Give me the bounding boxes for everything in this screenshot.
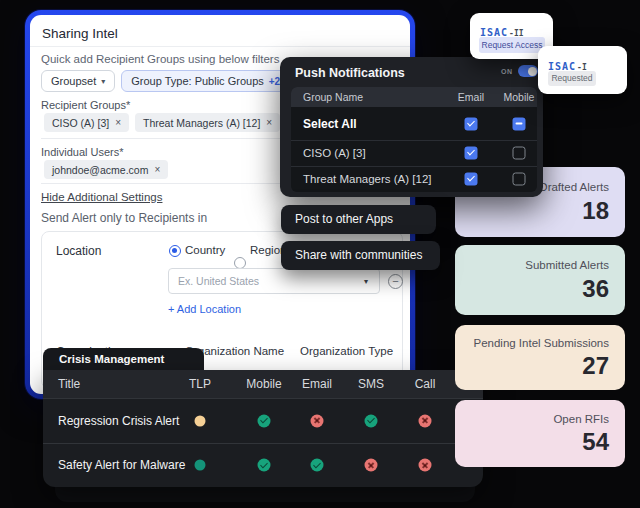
col-email: Email [458, 87, 484, 107]
table-row[interactable]: Regression Crisis Alert [43, 398, 483, 443]
col-mobile: Mobile [504, 87, 535, 107]
toggle-state-label: ON [501, 68, 513, 75]
col-tlp: TLP [189, 370, 211, 398]
stat-card-submitted-alerts[interactable]: Submitted Alerts 36 [455, 245, 625, 315]
stat-card-open-rfis[interactable]: Open RFIs 54 [455, 400, 625, 467]
screen: Sharing Intel Quick add Recipient Groups… [0, 0, 640, 508]
filter-count-badge: +2 [269, 76, 280, 87]
mobile-checkbox[interactable] [513, 117, 526, 130]
col-group-name: Group Name [303, 87, 363, 107]
col-sms: SMS [358, 370, 384, 398]
close-icon[interactable]: × [266, 117, 272, 128]
hide-additional-settings-link[interactable]: Hide Additional Settings [41, 191, 162, 203]
table-header: Title TLP Mobile Email SMS Call [43, 370, 483, 398]
individual-users-label: Individual Users* [41, 146, 124, 158]
add-location-link[interactable]: + Add Location [168, 303, 241, 315]
stat-label: Submitted Alerts [525, 259, 609, 271]
stat-value: 27 [582, 352, 609, 380]
quick-add-label: Quick add Recipient Groups using below f… [41, 53, 279, 65]
request-access-button[interactable]: Request Access [479, 37, 545, 53]
tlp-dot [195, 415, 206, 426]
requested-button[interactable]: Requested [548, 71, 596, 86]
push-groups-table: Group Name Email Mobile Select All CISO … [291, 87, 537, 192]
divider [30, 46, 410, 47]
stat-value: 54 [582, 428, 609, 456]
location-input[interactable] [168, 268, 380, 294]
push-row-select-all[interactable]: Select All [291, 107, 537, 140]
crisis-templates-tab[interactable]: Crisis Management Templates [43, 348, 204, 371]
sms-status-icon [365, 414, 378, 427]
email-checkbox[interactable] [465, 173, 478, 186]
radio-organization-type-label: Organization Type [300, 345, 393, 357]
stat-value: 18 [582, 197, 609, 225]
isac-i-card: ISAC-I Requested [538, 46, 627, 94]
email-status-icon [311, 414, 324, 427]
col-title: Title [58, 370, 80, 398]
stat-label: Drafted Alerts [539, 181, 609, 193]
filter-group-type[interactable]: Group Type: Public Groups +2 ▾ [121, 70, 299, 92]
tlp-dot [195, 460, 206, 471]
stat-label: Pending Intel Submissions [473, 337, 609, 349]
mobile-checkbox[interactable] [513, 173, 526, 186]
recipient-chip[interactable]: CISO (A) [3] × [44, 113, 129, 132]
chevron-down-icon[interactable]: ▾ [364, 277, 368, 286]
stat-card-pending-intel[interactable]: Pending Intel Submissions 27 [455, 325, 625, 390]
col-email: Email [302, 370, 332, 398]
sms-status-icon [365, 459, 378, 472]
close-icon[interactable]: × [115, 117, 121, 128]
col-mobile: Mobile [246, 370, 281, 398]
post-to-other-apps-button[interactable]: Post to other Apps [281, 205, 436, 234]
email-status-icon [311, 459, 324, 472]
call-status-icon [419, 414, 432, 427]
stat-value: 36 [582, 275, 609, 303]
chevron-down-icon: ▾ [101, 77, 105, 86]
share-with-communities-button[interactable]: Share with communities [281, 241, 440, 270]
send-alert-label: Send Alert only to Recipients in [41, 211, 207, 225]
recipient-groups-label: Recipient Groups* [41, 99, 130, 111]
push-row-ciso[interactable]: CISO (A) [3] [291, 140, 537, 166]
table-row[interactable]: Safety Alert for Malware [43, 443, 483, 487]
mobile-status-icon [258, 414, 271, 427]
push-row-threat-managers[interactable]: Threat Managers (A) [12] [291, 166, 537, 192]
table-header: Group Name Email Mobile [291, 87, 537, 107]
stat-label: Open RFIs [553, 413, 609, 425]
user-chip[interactable]: johndoe@acme.com × [44, 160, 168, 179]
push-notifications-panel: Push Notifications ON Group Name Email M… [280, 57, 543, 197]
col-call: Call [415, 370, 436, 398]
remove-location-button[interactable]: − [388, 274, 403, 289]
mobile-checkbox[interactable] [513, 147, 526, 160]
radio-country[interactable] [169, 245, 181, 257]
call-status-icon [419, 459, 432, 472]
crisis-templates-table: Title TLP Mobile Email SMS Call Regressi… [43, 370, 483, 487]
radio-country-label: Country [185, 244, 225, 256]
close-icon[interactable]: × [154, 164, 160, 175]
panel-title: Sharing Intel [42, 26, 118, 41]
mobile-status-icon [258, 459, 271, 472]
email-checkbox[interactable] [465, 147, 478, 160]
recipient-chip[interactable]: Threat Managers (A) [12] × [135, 113, 280, 132]
filter-groupset[interactable]: Groupset ▾ [41, 70, 115, 92]
location-label: Location [56, 244, 101, 258]
individual-user-chips: johndoe@acme.com × [44, 160, 168, 179]
push-notifications-title: Push Notifications [295, 66, 405, 80]
email-checkbox[interactable] [465, 117, 478, 130]
push-notifications-toggle[interactable] [518, 65, 538, 77]
